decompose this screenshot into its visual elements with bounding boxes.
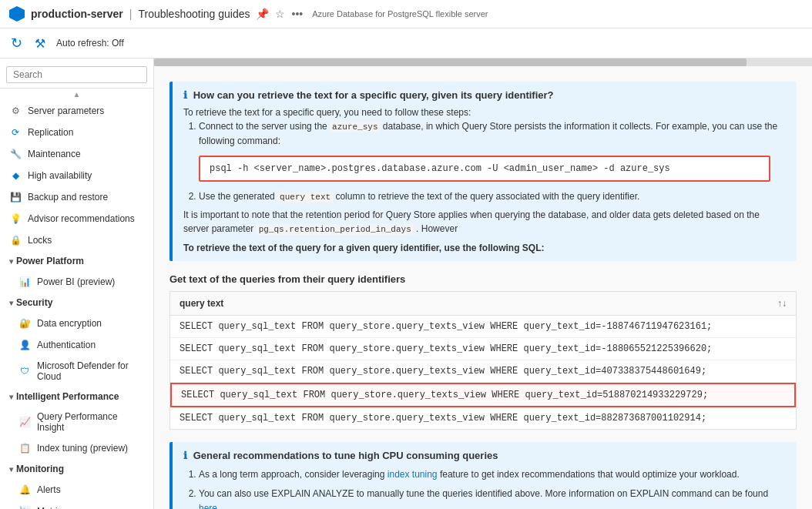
general-item-2: You can also use EXPLAIN ANALYZE to manu… [199, 487, 786, 509]
sidebar-label-backup-restore: Backup and restore [28, 192, 108, 203]
table-header: query text ↑↓ [170, 292, 796, 316]
index-tuning-link[interactable]: index tuning [388, 469, 438, 480]
sidebar-item-maintenance[interactable]: 🔧 Maintenance [0, 143, 153, 165]
info-text-intro: To retrieve the text for a specific quer… [183, 105, 786, 148]
section-power-label: Power Platform [16, 256, 84, 266]
encryption-icon: 🔐 [18, 317, 31, 330]
chevron-monitoring-icon: ▾ [9, 465, 13, 474]
chevron-perf-icon: ▾ [9, 393, 13, 401]
alerts-icon: 🔔 [18, 484, 31, 496]
sidebar-item-replication[interactable]: ⟳ Replication [0, 122, 153, 143]
chevron-power-icon: ▾ [9, 257, 13, 266]
table-row: SELECT query_sql_text FROM query_store.q… [170, 360, 796, 383]
section-intelligent-perf[interactable]: ▾ Intelligent Performance [0, 387, 153, 407]
sidebar-label-replication: Replication [28, 127, 73, 138]
table-row: SELECT query_sql_text FROM query_store.q… [170, 407, 796, 429]
sidebar-label-index-tuning: Index tuning (preview) [37, 443, 128, 454]
sidebar-item-qpi[interactable]: 📈 Query Performance Insight [0, 407, 153, 437]
power-bi-icon: 📊 [18, 276, 31, 288]
sidebar-item-authentication[interactable]: 👤 Authentication [0, 334, 153, 356]
general-recommendations-box: ℹ General recommendations to tune high C… [169, 442, 797, 510]
section-monitoring[interactable]: ▾ Monitoring [0, 459, 153, 479]
sidebar-label-server-parameters: Server parameters [28, 105, 104, 116]
diagnose-button[interactable]: ⚒ [33, 35, 47, 52]
sidebar-item-locks[interactable]: 🔒 Locks [0, 229, 153, 251]
sidebar-item-index-tuning[interactable]: 📋 Index tuning (preview) [0, 437, 153, 459]
sidebar-item-server-parameters[interactable]: ⚙ Server parameters [0, 100, 153, 122]
section-perf-label: Intelligent Performance [16, 391, 119, 402]
auto-refresh-label: Auto refresh: Off [56, 38, 124, 49]
lock-icon: 🔒 [9, 234, 22, 246]
psql-command: psql -h <server_name>.postgres.database.… [199, 156, 770, 182]
sidebar-item-advisor[interactable]: 💡 Advisor recommendations [0, 208, 153, 229]
index-icon: 📋 [18, 442, 31, 454]
main-layout: ▲ ⚙ Server parameters ⟳ Replication 🔧 Ma… [0, 59, 812, 509]
metrics-icon: 📉 [18, 505, 31, 509]
sidebar-label-defender: Microsoft Defender for Cloud [37, 360, 144, 382]
sidebar-item-metrics[interactable]: 📉 Metrics [0, 501, 153, 509]
section-security-label: Security [16, 297, 52, 308]
query-table: query text ↑↓ SELECT query_sql_text FROM… [169, 291, 797, 430]
qpi-icon: 📈 [18, 416, 31, 428]
retention-param: pg_qs.retention_period_in_days [257, 224, 414, 235]
info-step-2: Use the generated query text column to r… [199, 189, 786, 204]
column-header-query-text: query text [180, 298, 223, 309]
table-row-highlighted: SELECT query_sql_text FROM query_store.q… [170, 383, 796, 407]
content-area: ℹ How can you retrieve the text for a sp… [154, 69, 812, 509]
info-title: ℹ How can you retrieve the text for a sp… [183, 89, 786, 101]
azure-sys-code: azure_sys [330, 122, 380, 132]
sidebar-label-qpi: Query Performance Insight [37, 411, 144, 433]
general-text: As a long term approach, consider levera… [183, 467, 786, 510]
sidebar-item-data-encryption[interactable]: 🔐 Data encryption [0, 313, 153, 334]
info-icon: ℹ [183, 89, 187, 101]
info-text-step2: Use the generated query text column to r… [183, 189, 786, 204]
section-monitoring-label: Monitoring [16, 464, 64, 474]
table-row: SELECT query_sql_text FROM query_store.q… [170, 316, 796, 338]
table-section-title: Get text of the queries from their query… [169, 273, 797, 285]
search-input[interactable] [6, 66, 147, 83]
sidebar-label-maintenance: Maintenance [28, 149, 81, 159]
title-separator: | [129, 8, 133, 20]
sidebar-item-alerts[interactable]: 🔔 Alerts [0, 479, 153, 501]
sidebar-item-high-availability[interactable]: ◆ High availability [0, 165, 153, 186]
server-name: production-server [31, 8, 123, 20]
chevron-security-icon: ▾ [9, 299, 13, 307]
scrollbar-thumb [154, 59, 747, 66]
replication-icon: ⟳ [9, 126, 22, 139]
sidebar-item-power-bi[interactable]: 📊 Power BI (preview) [0, 271, 153, 293]
sidebar-label-advisor: Advisor recommendations [28, 213, 135, 224]
sidebar-item-defender[interactable]: 🛡 Microsoft Defender for Cloud [0, 356, 153, 387]
info-step-1: Connect to the server using the azure_sy… [199, 119, 786, 148]
sidebar: ▲ ⚙ Server parameters ⟳ Replication 🔧 Ma… [0, 59, 154, 509]
general-title: ℹ General recommendations to tune high C… [183, 450, 786, 461]
here-link[interactable]: here [199, 503, 217, 509]
gear-icon: ⚙ [9, 105, 22, 117]
table-row: SELECT query_sql_text FROM query_store.q… [170, 338, 796, 360]
main-content: ℹ How can you retrieve the text for a sp… [154, 59, 812, 509]
maintenance-icon: 🔧 [9, 148, 22, 160]
sidebar-label-authentication: Authentication [37, 340, 96, 350]
toolbar: ↻ ⚒ Auto refresh: Off [0, 28, 812, 59]
sidebar-item-backup-restore[interactable]: 💾 Backup and restore [0, 186, 153, 208]
info-box-query: ℹ How can you retrieve the text for a sp… [169, 82, 797, 261]
page-title: Troubleshooting guides [138, 8, 250, 20]
pin-button[interactable]: 📌 [256, 8, 269, 20]
ha-icon: ◆ [9, 169, 22, 182]
general-info-icon: ℹ [183, 450, 187, 461]
sidebar-label-high-availability: High availability [28, 170, 92, 181]
sidebar-label-data-encryption: Data encryption [37, 318, 102, 329]
horizontal-scrollbar[interactable] [154, 59, 812, 66]
more-button[interactable]: ••• [291, 8, 303, 20]
auth-icon: 👤 [18, 339, 31, 351]
sort-button[interactable]: ↑↓ [777, 298, 787, 309]
star-button[interactable]: ☆ [275, 8, 285, 20]
sql-label: To retrieve the text of the query for a … [183, 243, 786, 253]
sidebar-label-locks: Locks [28, 235, 52, 246]
section-power-platform[interactable]: ▾ Power Platform [0, 251, 153, 271]
section-security[interactable]: ▾ Security [0, 293, 153, 313]
refresh-button[interactable]: ↻ [9, 33, 24, 53]
top-bar: production-server | Troubleshooting guid… [0, 0, 812, 28]
subtitle: Azure Database for PostgreSQL flexible s… [312, 9, 488, 18]
query-text-code: query text [277, 192, 333, 203]
defender-icon: 🛡 [18, 365, 31, 377]
